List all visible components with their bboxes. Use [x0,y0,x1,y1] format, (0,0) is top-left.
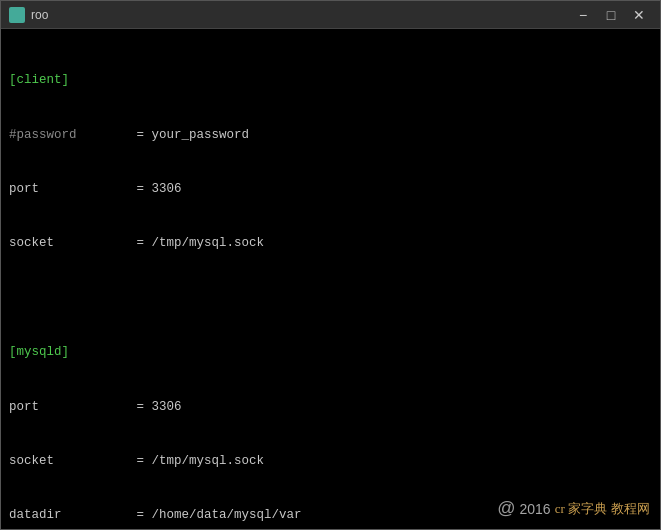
mysqld-port-line: port = 3306 [9,398,652,416]
watermark-year: 2016 [519,501,550,517]
window-title: roo [31,8,570,22]
terminal-icon [9,7,25,23]
watermark-at: @ [497,498,515,519]
port-line: port = 3306 [9,180,652,198]
terminal-window: roo − □ ✕ [client] #password = your_pass… [0,0,661,530]
watermark-cn: cr 家字典 [555,500,607,518]
watermark-site: 教程网 [611,500,650,518]
mysqld-socket-line: socket = /tmp/mysql.sock [9,452,652,470]
terminal-content: [client] #password = your_password port … [1,29,660,529]
password-line: #password = your_password [9,126,652,144]
watermark: @ 2016 cr 家字典 教程网 [497,498,650,519]
blank-line-1 [9,289,652,307]
code-block: [client] #password = your_password port … [9,35,652,529]
minimize-button[interactable]: − [570,5,596,25]
socket-line: socket = /tmp/mysql.sock [9,234,652,252]
window-controls: − □ ✕ [570,5,652,25]
maximize-button[interactable]: □ [598,5,624,25]
close-button[interactable]: ✕ [626,5,652,25]
client-header-line: [client] [9,71,652,89]
title-bar: roo − □ ✕ [1,1,660,29]
mysqld-header-line: [mysqld] [9,343,652,361]
